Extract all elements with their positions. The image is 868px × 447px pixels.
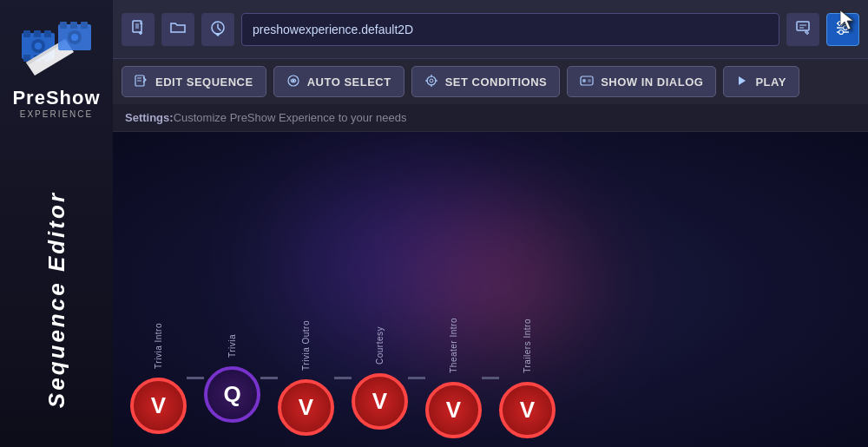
connector-1 [187, 377, 204, 379]
new-file-icon [129, 19, 147, 40]
logo-text-area: PreShow Experience [12, 87, 100, 119]
svg-point-16 [71, 34, 78, 41]
action-bar: EDIT SEQUENCE AUTO SELECT [113, 59, 868, 104]
svg-rect-13 [70, 22, 77, 29]
node-circle-theater-intro[interactable]: V [425, 382, 482, 438]
edit-sequence-label: EDIT SEQUENCE [155, 76, 253, 89]
svg-point-46 [582, 79, 586, 82]
logo-area: PreShow Experience [3, 9, 108, 128]
node-label-trivia: Trivia [227, 334, 237, 358]
set-conditions-button[interactable]: SET CONDITIONS [411, 66, 561, 97]
logo-experience: Experience [12, 109, 100, 119]
svg-rect-24 [797, 22, 809, 30]
node-circle-trivia-intro[interactable]: V [130, 378, 187, 434]
edit-icon [794, 19, 812, 40]
svg-point-30 [838, 21, 843, 25]
svg-rect-12 [60, 22, 67, 29]
auto-select-button[interactable]: AUTO SELECT [273, 66, 404, 97]
play-icon [736, 75, 748, 89]
node-circle-trivia[interactable]: Q [204, 366, 260, 423]
main-content: preshowexperience.default2D [113, 0, 868, 447]
logo-icon [17, 17, 95, 82]
show-in-dialog-button[interactable]: SHOW IN DIALOG [567, 66, 716, 97]
node-theater-intro[interactable]: Theater Intro V [425, 318, 482, 438]
edit-button[interactable] [786, 13, 819, 46]
svg-rect-2 [34, 30, 41, 37]
svg-point-31 [844, 25, 848, 30]
node-circle-courtesy[interactable]: V [352, 373, 408, 430]
connector-5 [482, 377, 499, 379]
save-icon [209, 19, 227, 40]
node-trivia[interactable]: Trivia Q [204, 334, 260, 423]
auto-select-icon [286, 74, 300, 90]
node-label-theater-intro: Theater Intro [449, 318, 458, 373]
canvas-area[interactable]: Trivia Intro V Trivia Q Trivia Outro V [113, 132, 868, 447]
svg-point-40 [430, 79, 433, 82]
save-button[interactable] [201, 13, 234, 46]
play-label: PLAY [755, 76, 786, 89]
settings-description: Customize PreShow Experience to your nee… [174, 111, 407, 124]
svg-rect-3 [44, 30, 51, 37]
node-trailers-intro[interactable]: Trailers Intro V [499, 319, 556, 438]
node-trivia-intro[interactable]: Trivia Intro V [130, 323, 187, 434]
settings-sliders-icon [834, 19, 852, 40]
svg-marker-48 [739, 76, 746, 85]
folder-icon [169, 20, 187, 39]
play-button[interactable]: PLAY [723, 66, 799, 97]
svg-rect-1 [23, 30, 30, 37]
timeline-track: Trivia Intro V Trivia Q Trivia Outro V [130, 318, 556, 438]
sequence-editor-text: Sequence Editor [43, 191, 70, 408]
show-in-dialog-label: SHOW IN DIALOG [601, 76, 703, 89]
node-courtesy[interactable]: Courtesy V [352, 326, 408, 430]
svg-point-8 [35, 43, 42, 49]
edit-sequence-button[interactable]: EDIT SEQUENCE [122, 66, 266, 97]
settings-label: Settings: [125, 111, 174, 124]
set-conditions-icon [424, 74, 438, 90]
node-trivia-outro[interactable]: Trivia Outro V [278, 320, 334, 436]
connector-2 [260, 377, 278, 379]
filename-text: preshowexperience.default2D [253, 23, 413, 36]
svg-point-32 [839, 30, 844, 34]
sidebar: PreShow Experience Sequence Editor [0, 0, 113, 447]
node-label-trivia-outro: Trivia Outro [301, 320, 311, 371]
svg-rect-47 [588, 79, 591, 82]
settings-button[interactable] [826, 13, 859, 46]
set-conditions-label: SET CONDITIONS [445, 76, 548, 89]
filename-bar: preshowexperience.default2D [241, 13, 779, 46]
svg-point-39 [427, 76, 436, 85]
sequence-editor-label: Sequence Editor [0, 169, 113, 430]
node-label-trivia-intro: Trivia Intro [154, 323, 163, 369]
node-label-trailers-intro: Trailers Intro [523, 319, 532, 373]
node-circle-trivia-outro[interactable]: V [278, 379, 334, 436]
logo-preshow: PreShow [12, 87, 100, 109]
show-in-dialog-icon [580, 74, 594, 90]
auto-select-label: AUTO SELECT [307, 76, 391, 89]
open-file-button[interactable] [161, 13, 194, 46]
new-file-button[interactable] [122, 13, 155, 46]
toolbar: preshowexperience.default2D [113, 0, 868, 59]
svg-point-38 [292, 79, 294, 82]
node-label-courtesy: Courtesy [375, 326, 385, 365]
edit-sequence-icon [135, 74, 148, 90]
node-circle-trailers-intro[interactable]: V [499, 382, 556, 438]
timeline: Trivia Intro V Trivia Q Trivia Outro V [113, 308, 868, 447]
settings-bar: Settings: Customize PreShow Experience t… [113, 104, 868, 132]
connector-3 [334, 377, 352, 379]
connector-4 [408, 377, 425, 379]
svg-rect-14 [81, 22, 88, 29]
